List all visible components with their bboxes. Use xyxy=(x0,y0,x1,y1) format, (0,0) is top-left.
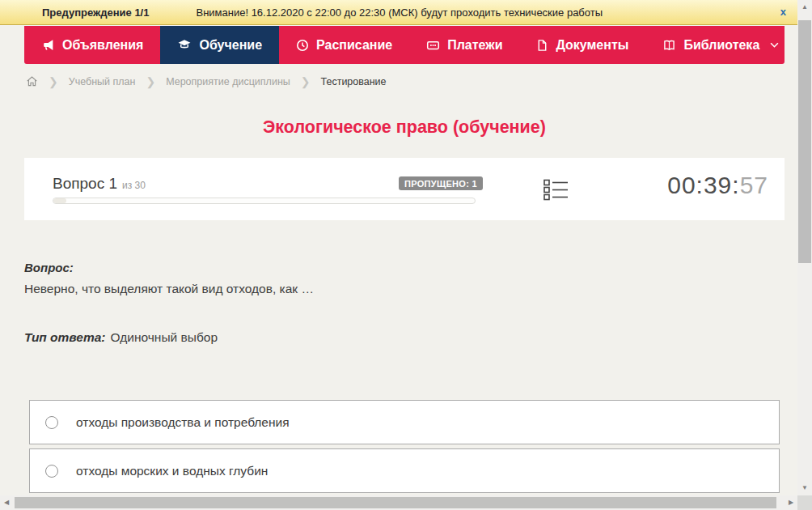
nav-item-label: Расписание xyxy=(316,38,392,53)
timer-seconds: 57 xyxy=(740,172,768,198)
clock-icon xyxy=(296,39,309,52)
answer-type-label: Тип ответа: xyxy=(24,330,106,344)
breadcrumb-item-discipline-event[interactable]: Мероприятие дисциплины xyxy=(166,76,290,87)
question-header-card: Вопрос 1из 30 ПРОПУЩЕНО: 1 00:39:57 xyxy=(24,158,785,220)
question-text: Неверно, что выделяют такой вид отходов,… xyxy=(24,282,314,296)
timer: 00:39:57 xyxy=(667,172,768,199)
horizontal-scrollbar-thumb[interactable] xyxy=(15,497,776,508)
chevron-down-icon xyxy=(770,42,779,48)
horizontal-scrollbar[interactable]: ◀ ▶ xyxy=(0,495,797,510)
question-label: Вопрос: xyxy=(24,261,74,274)
nav-item-label: Обучение xyxy=(199,38,262,53)
nav-item-announcements[interactable]: Объявления xyxy=(24,26,160,64)
question-number-label: Вопрос 1 xyxy=(53,175,117,192)
question-list-icon[interactable] xyxy=(543,179,569,204)
vertical-scrollbar-thumb[interactable] xyxy=(798,20,811,263)
answer-option-1[interactable]: отходы производства и потребления xyxy=(29,400,780,444)
answer-list: отходы производства и потребления отходы… xyxy=(29,400,780,497)
wallet-icon xyxy=(426,39,440,52)
answer-option-label: отходы производства и потребления xyxy=(76,415,290,430)
scroll-down-icon[interactable]: ▼ xyxy=(797,485,812,491)
book-icon xyxy=(662,39,676,52)
home-icon[interactable] xyxy=(26,75,38,87)
radio-button[interactable] xyxy=(45,416,58,429)
nav-item-label: Документы xyxy=(556,38,628,53)
scroll-right-icon[interactable]: ▶ xyxy=(785,499,797,506)
main-nav: Объявления Обучение Расписание Платежи Д… xyxy=(24,26,785,64)
page-title: Экологическое право (обучение) xyxy=(0,117,809,138)
scrollbar-corner xyxy=(797,495,812,510)
nav-item-documents[interactable]: Документы xyxy=(519,26,645,64)
answer-option-label: отходы морских и водных глубин xyxy=(76,464,268,478)
scroll-left-icon[interactable]: ◀ xyxy=(1,499,12,506)
nav-item-label: Объявления xyxy=(62,38,143,53)
warning-banner: Предупреждение 1/1 Внимание! 16.12.2020 … xyxy=(0,0,797,25)
question-number: Вопрос 1из 30 xyxy=(53,175,146,193)
vertical-scrollbar[interactable]: ▲ ▼ xyxy=(797,0,812,495)
nav-item-label: Платежи xyxy=(447,38,502,53)
nav-item-payments[interactable]: Платежи xyxy=(409,26,519,64)
chevron-right-icon: ❯ xyxy=(49,76,58,87)
breadcrumb: ❯ Учебный план ❯ Мероприятие дисциплины … xyxy=(26,75,387,87)
question-total-label: из 30 xyxy=(122,180,146,191)
chevron-right-icon: ❯ xyxy=(301,76,311,87)
nav-item-schedule[interactable]: Расписание xyxy=(279,26,409,64)
graduation-cap-icon xyxy=(177,38,192,52)
answer-type-line: Тип ответа:Одиночный выбор xyxy=(24,330,218,345)
nav-item-training[interactable]: Обучение xyxy=(160,26,279,64)
banner-close-button[interactable]: x xyxy=(780,6,786,18)
timer-main: 00:39: xyxy=(667,172,739,198)
progress-bar xyxy=(53,198,476,204)
scroll-up-icon[interactable]: ▲ xyxy=(797,4,812,11)
chevron-right-icon: ❯ xyxy=(146,76,155,87)
skipped-badge: ПРОПУЩЕНО: 1 xyxy=(399,176,483,190)
breadcrumb-item-testing: Тестирование xyxy=(321,76,387,87)
answer-type-value: Одиночный выбор xyxy=(111,330,218,344)
answer-option-2[interactable]: отходы морских и водных глубин xyxy=(29,448,780,493)
warning-banner-message: Внимание! 16.12.2020 с 22:00 до 22:30 (М… xyxy=(196,6,603,19)
warning-banner-label: Предупреждение 1/1 xyxy=(42,6,149,19)
nav-item-label: Библиотека xyxy=(683,38,759,53)
page: Предупреждение 1/1 Внимание! 16.12.2020 … xyxy=(0,0,812,510)
radio-button[interactable] xyxy=(45,465,58,478)
nav-item-library[interactable]: Библиотека xyxy=(645,26,796,64)
document-icon xyxy=(536,39,548,52)
breadcrumb-item-study-plan[interactable]: Учебный план xyxy=(69,76,136,87)
megaphone-icon xyxy=(41,38,55,52)
progress-bar-fill xyxy=(53,198,66,203)
